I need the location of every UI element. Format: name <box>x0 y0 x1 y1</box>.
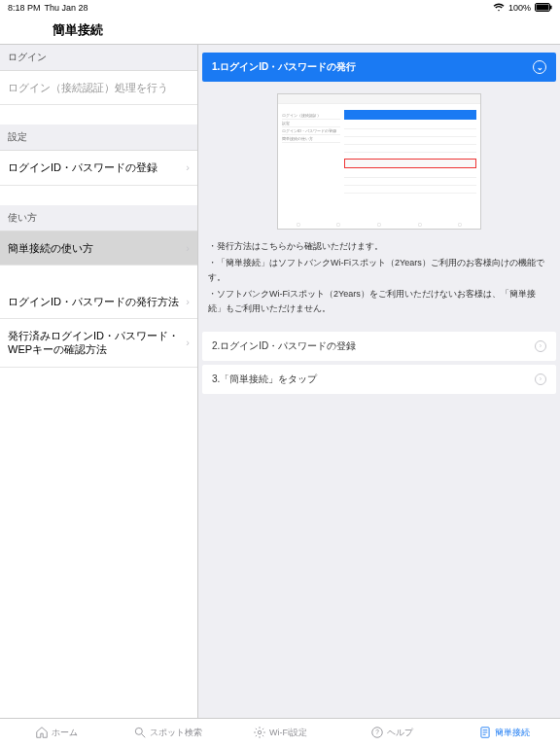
tab-label: ホーム <box>52 727 78 739</box>
tab-help[interactable]: ? ヘルプ <box>336 719 448 747</box>
accordion-title: 2.ログインID・パスワードの登録 <box>212 339 356 353</box>
bullet-text: ・「簡単接続」はソフトバンクWi-Fiスポット（2Years）ご利用のお客様向け… <box>208 256 550 284</box>
sidebar-item-label: 発行済みログインID・パスワード・WEPキーの確認方法 <box>8 329 186 357</box>
chevron-right-icon: › <box>186 161 190 173</box>
tab-label: Wi-Fi設定 <box>269 727 307 739</box>
chevron-right-icon: › <box>186 296 190 307</box>
help-icon: ? <box>370 726 384 741</box>
search-icon <box>133 726 147 741</box>
step1-description: ・発行方法はこちらから確認いただけます。 ・「簡単接続」はソフトバンクWi-Fi… <box>198 235 560 328</box>
tab-bar: ホーム スポット検索 Wi-Fi設定 ? ヘルプ 簡単接続 <box>0 718 560 747</box>
chevron-down-icon: ⌄ <box>533 60 546 74</box>
bullet-text: ・ソフトバンクWi-Fiスポット（2Years）をご利用いただけないお客様は、「… <box>208 287 550 315</box>
accordion-title: 1.ログインID・パスワードの発行 <box>212 60 356 74</box>
section-header-usage: 使い方 <box>0 205 197 231</box>
svg-point-5 <box>258 730 262 734</box>
accordion-step1[interactable]: 1.ログインID・パスワードの発行 ⌄ <box>202 53 556 82</box>
sidebar-item-login-process[interactable]: ログイン（接続認証）処理を行う <box>0 71 197 105</box>
tab-home[interactable]: ホーム <box>0 719 112 747</box>
sidebar-item-label: 簡単接続の使い方 <box>8 241 186 255</box>
accordion-step2[interactable]: 2.ログインID・パスワードの登録 › <box>202 332 556 361</box>
status-bar: 8:18 PM Thu Jan 28 100% <box>0 0 560 16</box>
svg-rect-2 <box>550 5 552 9</box>
spacer <box>0 266 197 285</box>
accordion-title: 3.「簡単接続」をタップ <box>212 373 317 386</box>
spacer <box>0 186 197 205</box>
sidebar-item-label: ログインID・パスワードの登録 <box>8 160 186 174</box>
easy-connect-icon <box>478 726 492 741</box>
nav-bar: 簡単接続 <box>0 16 560 45</box>
battery-icon <box>535 3 552 14</box>
tab-label: ヘルプ <box>387 727 413 739</box>
sidebar-item-label: ログインID・パスワードの発行方法 <box>8 295 186 308</box>
detail-pane: 1.ログインID・パスワードの発行 ⌄ ログイン（接続認証） 設定 ログインID… <box>198 45 560 718</box>
status-time: 8:18 PM <box>8 3 41 13</box>
svg-line-4 <box>142 733 146 737</box>
accordion-step3[interactable]: 3.「簡単接続」をタップ › <box>202 365 556 394</box>
chevron-right-icon: › <box>186 242 190 254</box>
sidebar-item-howto-confirm-id[interactable]: 発行済みログインID・パスワード・WEPキーの確認方法 › <box>0 319 197 368</box>
svg-point-3 <box>136 728 143 734</box>
bullet-text: ・発行方法はこちらから確認いただけます。 <box>208 239 550 253</box>
screenshot-thumbnail-wrap: ログイン（接続認証） 設定 ログインID・パスワードの登録 簡単接続の使い方 <box>198 89 560 235</box>
page-title: 簡単接続 <box>52 21 103 39</box>
sidebar-item-label: ログイン（接続認証）処理を行う <box>8 81 190 94</box>
sidebar-item-howto-easy[interactable]: 簡単接続の使い方 › <box>0 231 197 266</box>
status-date: Thu Jan 28 <box>45 3 88 13</box>
tab-easy-connect[interactable]: 簡単接続 <box>448 719 560 747</box>
tab-label: スポット検索 <box>150 727 202 739</box>
section-header-login: ログイン <box>0 45 197 71</box>
sidebar: ログイン ログイン（接続認証）処理を行う 設定 ログインID・パスワードの登録 … <box>0 45 198 718</box>
tab-spot-search[interactable]: スポット検索 <box>112 719 224 747</box>
svg-rect-1 <box>537 4 549 10</box>
gear-icon <box>253 726 266 741</box>
screenshot-thumbnail: ログイン（接続認証） 設定 ログインID・パスワードの登録 簡単接続の使い方 <box>277 93 481 230</box>
wifi-icon <box>493 3 505 14</box>
chevron-right-icon: › <box>186 337 190 348</box>
spacer <box>0 105 197 124</box>
tab-label: 簡単接続 <box>495 727 530 739</box>
section-header-settings: 設定 <box>0 124 197 151</box>
battery-label: 100% <box>508 3 531 13</box>
sidebar-item-register-id[interactable]: ログインID・パスワードの登録 › <box>0 151 197 185</box>
svg-text:?: ? <box>375 729 379 735</box>
chevron-right-icon: › <box>535 340 546 352</box>
sidebar-item-howto-issue-id[interactable]: ログインID・パスワードの発行方法 › <box>0 285 197 319</box>
home-icon <box>35 726 49 741</box>
tab-wifi-settings[interactable]: Wi-Fi設定 <box>224 719 335 747</box>
chevron-right-icon: › <box>535 374 546 385</box>
